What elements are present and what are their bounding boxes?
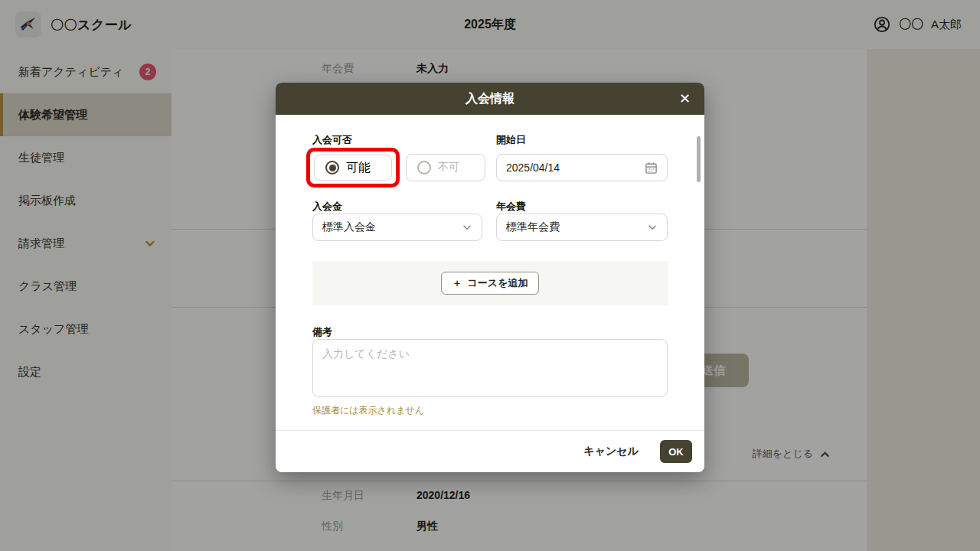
enrollment-info-modal: 入会情報 ✕ 入会可否 開始日 可能 不可 2025/04/14 入会金 年会費… [276,83,704,472]
admission-fee-select[interactable]: 標準入会金 [312,214,482,241]
admission-fee-label: 入会金 [312,200,342,214]
radio-selected-icon [325,161,339,174]
close-icon[interactable]: ✕ [679,83,691,115]
ok-button[interactable]: OK [660,440,692,463]
radio-unselected-icon [417,161,431,174]
notes-label: 備考 [312,325,332,339]
chevron-down-icon [462,222,472,233]
modal-header: 入会情報 ✕ [276,83,704,115]
radio-option-label: 可能 [346,160,371,176]
radio-option-label: 不可 [438,161,459,174]
add-course-label: コースを追加 [468,276,528,290]
radio-option-possible[interactable]: 可能 [314,155,392,181]
annual-fee-select[interactable]: 標準年会費 [496,214,668,241]
notes-textarea[interactable] [312,339,668,397]
calendar-icon[interactable] [645,161,658,174]
annual-fee-value: 標準年会費 [506,220,560,234]
modal-title: 入会情報 [466,91,514,107]
modal-footer: キャンセル OK [276,431,704,472]
highlight-annotation-box: 可能 [306,148,400,187]
radio-option-not-possible[interactable]: 不可 [406,154,485,181]
admission-fee-value: 標準入会金 [322,220,376,234]
annual-fee-label: 年会費 [496,200,526,214]
cancel-button[interactable]: キャンセル [583,445,639,458]
add-course-button[interactable]: ＋ コースを追加 [441,272,540,295]
plus-icon: ＋ [452,276,462,290]
course-section: ＋ コースを追加 [312,261,668,305]
notes-helper-text: 保護者には表示されません [312,404,424,417]
chevron-down-icon [647,222,658,233]
start-date-label: 開始日 [496,133,526,147]
start-date-input[interactable]: 2025/04/14 [496,154,668,181]
modal-scrollbar-thumb[interactable] [697,136,701,182]
admission-availability-label: 入会可否 [312,133,352,147]
start-date-value: 2025/04/14 [506,161,560,174]
